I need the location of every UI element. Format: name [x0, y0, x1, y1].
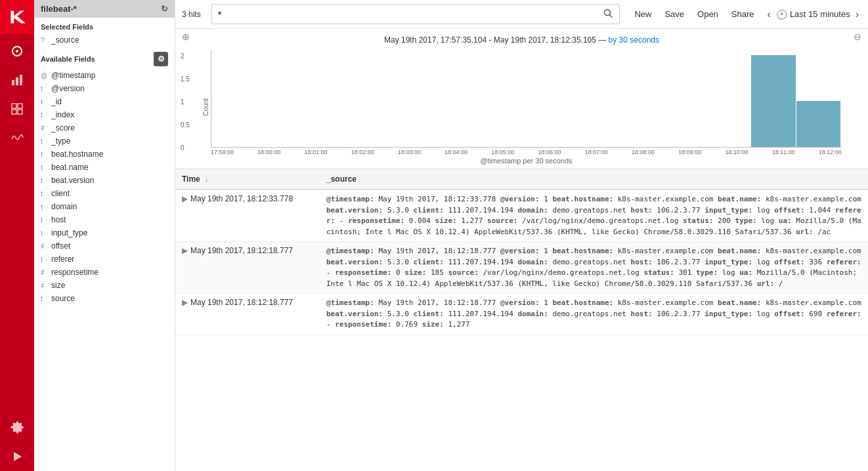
hits-count: 3 hits	[182, 10, 201, 19]
y-label-0-5: 0.5	[181, 121, 198, 129]
source-cell-2: @timestamp: May 19th 2017, 18:12:18.777 …	[320, 294, 868, 335]
source-cell-0: @timestamp: May 19th 2017, 18:12:33.778 …	[320, 190, 868, 242]
svg-rect-6	[18, 104, 22, 108]
svg-marker-9	[14, 452, 22, 461]
chart-date-range: May 19th 2017, 17:57:35.104 - May 19th 2…	[175, 33, 868, 50]
time-range[interactable]: 🕐 Last 15 minutes	[776, 9, 850, 20]
field-beat-name[interactable]: t beat.name	[34, 161, 175, 174]
x-label: 18:12:00	[819, 149, 842, 155]
field-timestamp[interactable]: @ @timestamp	[34, 69, 175, 82]
sidebar-item-play[interactable]	[0, 442, 34, 471]
time-cell-1[interactable]: ▶May 19th 2017, 18:12:18.777	[175, 242, 320, 294]
chart-bar-13	[796, 101, 840, 147]
field-version[interactable]: t @version	[34, 82, 175, 95]
time-value-2: May 19th 2017, 18:12:18.777	[190, 298, 293, 307]
search-bar	[211, 4, 620, 24]
chart-date-range-text: May 19th 2017, 17:57:35.104 - May 19th 2…	[384, 35, 596, 45]
field-type[interactable]: t _type	[34, 134, 175, 148]
expand-arrow-2[interactable]: ▶	[182, 298, 188, 307]
svg-line-11	[610, 15, 613, 18]
search-input[interactable]	[217, 9, 603, 19]
next-time-button[interactable]: ›	[853, 7, 861, 22]
field-score[interactable]: # _score	[34, 121, 175, 134]
available-fields-gear-button[interactable]: ⚙	[154, 52, 168, 66]
x-label: 18:10:00	[725, 149, 748, 155]
expand-arrow-1[interactable]: ▶	[182, 246, 188, 255]
svg-point-1	[16, 50, 18, 52]
field-id[interactable]: t _id	[34, 95, 175, 108]
field-referer[interactable]: t referer	[34, 253, 175, 266]
x-label: 18:08:00	[632, 149, 655, 155]
available-fields-header: Available Fields ⚙	[34, 47, 175, 69]
x-label: 18:04:00	[445, 149, 467, 155]
field-beat-hostname[interactable]: t beat.hostname	[34, 148, 175, 161]
search-button[interactable]	[602, 7, 614, 21]
field-panel: filebeat-* ↻ Selected Fields ? _source A…	[34, 0, 175, 471]
chart-bars	[211, 50, 842, 148]
sidebar-item-visualize[interactable]	[0, 66, 34, 94]
time-cell-0[interactable]: ▶May 19th 2017, 18:12:33.778	[175, 190, 320, 242]
x-axis-title: @timestamp per 30 seconds	[480, 157, 572, 165]
y-label-1: 1	[181, 98, 198, 106]
open-button[interactable]: Open	[693, 7, 722, 21]
field-size[interactable]: # size	[34, 279, 175, 292]
sidebar-item-discover[interactable]	[0, 37, 34, 66]
table-row: ▶May 19th 2017, 18:12:33.778@timestamp: …	[175, 190, 868, 242]
y-label-2: 2	[181, 52, 198, 60]
field-source[interactable]: t source	[34, 292, 175, 305]
source-cell-1: @timestamp: May 19th 2017, 18:12:18.777 …	[320, 242, 868, 294]
clock-icon: 🕐	[776, 9, 787, 20]
field-client[interactable]: t client	[34, 187, 175, 200]
app-logo[interactable]	[0, 0, 34, 34]
save-button[interactable]: Save	[661, 7, 688, 21]
new-button[interactable]: New	[630, 7, 655, 21]
y-label-1-5: 1.5	[181, 75, 198, 83]
time-range-label: Last 15 minutes	[790, 9, 850, 19]
x-label: 18:03:00	[398, 149, 421, 155]
toolbar-actions: New Save Open Share	[630, 7, 758, 21]
x-label: 18:05:00	[491, 149, 514, 155]
svg-rect-5	[12, 104, 16, 108]
table-row: ▶May 19th 2017, 18:12:18.777@timestamp: …	[175, 294, 868, 335]
prev-time-button[interactable]: ‹	[765, 7, 773, 22]
expand-arrow-0[interactable]: ▶	[182, 194, 188, 203]
time-value-0: May 19th 2017, 18:12:33.778	[190, 194, 293, 203]
toolbar-nav: ‹ 🕐 Last 15 minutes ›	[765, 7, 861, 22]
field-name-source: _source	[51, 35, 79, 45]
field-domain[interactable]: t domain	[34, 200, 175, 213]
x-label: 18:06:00	[538, 149, 561, 155]
x-label: 18:01:00	[304, 149, 327, 155]
share-button[interactable]: Share	[727, 7, 758, 21]
col-time-header[interactable]: Time ↓	[175, 169, 320, 190]
x-label: 18:09:00	[678, 149, 701, 155]
field-offset[interactable]: # offset	[34, 239, 175, 253]
results-area: Time ↓ _source ▶May 19th 2017, 18:12:33.…	[175, 169, 868, 471]
chart-interval-link[interactable]: by 30 seconds	[609, 35, 659, 45]
field-beat-version[interactable]: t beat.version	[34, 174, 175, 187]
results-table: Time ↓ _source ▶May 19th 2017, 18:12:33.…	[175, 169, 868, 335]
svg-rect-2	[12, 80, 14, 85]
col-source-header: _source	[320, 169, 868, 190]
svg-rect-7	[12, 110, 16, 114]
time-value-1: May 19th 2017, 18:12:18.777	[190, 246, 293, 255]
chart-expand-button[interactable]: ⊕	[182, 31, 190, 42]
svg-rect-3	[16, 77, 18, 85]
sidebar-item-timelion[interactable]	[0, 123, 34, 152]
chart-collapse-button[interactable]: ⊖	[854, 31, 861, 42]
field-responsetime[interactable]: # responsetime	[34, 266, 175, 279]
field-type-source: ?	[41, 37, 47, 44]
x-label: 18:11:00	[772, 149, 795, 155]
x-label: 18:00:00	[257, 149, 280, 155]
refresh-index-button[interactable]: ↻	[161, 4, 168, 14]
field-host[interactable]: t host	[34, 213, 175, 226]
sort-icon: ↓	[204, 174, 208, 184]
field-input-type[interactable]: t input_type	[34, 226, 175, 239]
results-body: ▶May 19th 2017, 18:12:33.778@timestamp: …	[175, 190, 868, 335]
x-axis-labels: 17:59:0018:00:0018:01:0018:02:0018:03:00…	[211, 148, 842, 155]
sidebar-item-dashboard[interactable]	[0, 94, 34, 123]
sidebar-item-settings[interactable]	[0, 413, 34, 442]
selected-field-source[interactable]: ? _source	[34, 33, 175, 47]
table-row: ▶May 19th 2017, 18:12:18.777@timestamp: …	[175, 242, 868, 294]
time-cell-2[interactable]: ▶May 19th 2017, 18:12:18.777	[175, 294, 320, 335]
field-index[interactable]: t _index	[34, 108, 175, 121]
